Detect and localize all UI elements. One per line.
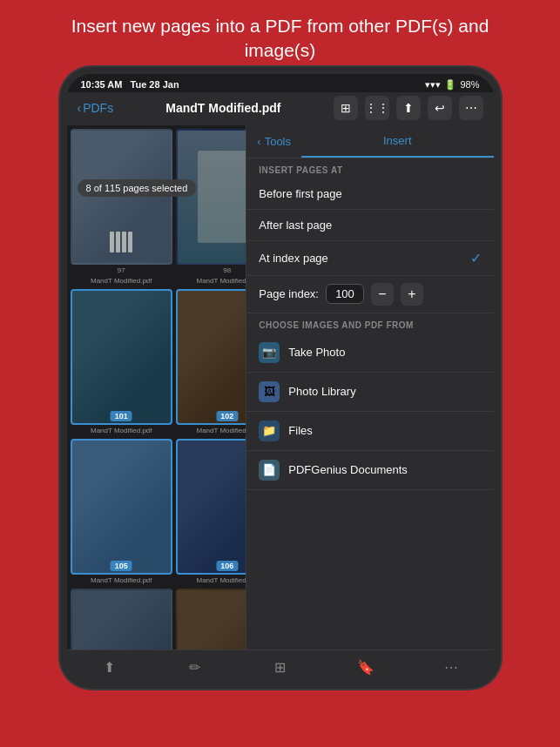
nav-back-label[interactable]: PDFs (83, 101, 113, 115)
nav-icons: ⊞ ⋮⋮ ⬆ ↩ ⋯ (334, 96, 483, 120)
option-label: After last page (259, 219, 332, 232)
image-option-label: Take Photo (288, 346, 345, 359)
image-section-header: CHOOSE IMAGES AND PDF FROM (246, 313, 493, 333)
option-at-index[interactable]: At index page ✓ (246, 241, 493, 276)
files-option[interactable]: 📁 Files (246, 412, 493, 451)
nav-back[interactable]: ‹ PDFs (78, 101, 114, 115)
list-item[interactable]: 101 MandT Modified.pdf (71, 289, 173, 435)
photo-icon: 🖼 (259, 381, 280, 402)
camera-icon: 📷 (259, 342, 280, 363)
decrement-button[interactable]: − (371, 283, 394, 306)
annotate-icon[interactable]: ✏ (183, 656, 207, 680)
page-index-row: Page index: − + (246, 276, 493, 313)
selection-badge: 8 of 115 pages selected (78, 179, 197, 197)
option-after-last[interactable]: After last page (246, 210, 493, 241)
panel-back-button[interactable]: ‹ Tools (246, 125, 301, 158)
option-label: At index page (259, 252, 328, 265)
pdfgenius-documents-option[interactable]: 📄 PDFGenius Documents (246, 451, 493, 490)
insert-section-header: INSERT PAGES AT (246, 158, 493, 178)
thumb-number: 97 (118, 266, 125, 275)
thumb-number-badge: 102 (216, 411, 238, 421)
folder-icon: 📁 (259, 421, 280, 441)
take-photo-option[interactable]: 📷 Take Photo (246, 333, 493, 373)
share-icon[interactable]: ⬆ (98, 656, 122, 680)
image-option-label: Files (288, 424, 312, 437)
columns-icon[interactable]: ⋮⋮ (365, 96, 389, 120)
status-bar: 10:35 AM Tue 28 Jan ▾▾▾ 🔋 98% (67, 74, 494, 92)
panel-header: ‹ Tools Insert (246, 125, 493, 158)
more-options-icon[interactable]: ⋯ (439, 656, 463, 680)
image-option-label: PDFGenius Documents (288, 463, 408, 476)
image-option-label: Photo Library (288, 385, 355, 398)
content-area: 8 of 115 pages selected 97 MandT Modifie… (67, 125, 494, 649)
bottom-bar: ⬆ ✏ ⊞ 🔖 ⋯ (67, 649, 494, 682)
status-right: ▾▾▾ 🔋 98% (425, 79, 479, 91)
status-time: 10:35 AM Tue 28 Jan (81, 79, 179, 90)
list-item[interactable]: 105 MandT Modified.pdf (71, 439, 173, 585)
thumb-filename: MandT Modified.pdf (91, 277, 152, 286)
app-header: Insert new pages into a PDF from other P… (0, 0, 560, 74)
tab-insert[interactable]: Insert (301, 125, 493, 158)
page-index-label: Page index: (259, 287, 319, 300)
chevron-left-icon: ‹ (78, 101, 82, 115)
more-icon[interactable]: ⋯ (459, 96, 483, 120)
page-index-input[interactable] (326, 284, 364, 304)
thumb-number: 98 (223, 266, 231, 275)
thumb-number-badge: 101 (111, 411, 132, 421)
grid-view-icon[interactable]: ⊞ (334, 96, 358, 120)
option-label: Before first page (259, 187, 341, 200)
insert-panel: ‹ Tools Insert INSERT PAGES AT Before fi… (246, 125, 493, 649)
photo-library-option[interactable]: 🖼 Photo Library (246, 373, 493, 412)
checkmark-icon: ✓ (470, 250, 482, 266)
document-icon: 📄 (259, 460, 280, 481)
bookmark-icon[interactable]: 🔖 (354, 656, 378, 680)
list-item[interactable]: 109 MandT Modified.pdf (71, 589, 173, 649)
header-title: Insert new pages into a PDF from other P… (35, 14, 525, 64)
nav-title: MandT Modified.pdf (165, 101, 280, 115)
list-item[interactable]: 97 MandT Modified.pdf (71, 129, 173, 286)
device-frame: 10:35 AM Tue 28 Jan ▾▾▾ 🔋 98% ‹ PDFs Man… (67, 74, 494, 682)
option-before-first[interactable]: Before first page (246, 178, 493, 210)
thumb-number-badge: 106 (216, 561, 238, 571)
thumb-filename: MandT Modified.pdf (91, 576, 152, 585)
battery-icon: 🔋 (444, 79, 456, 91)
nav-bar: ‹ PDFs MandT Modified.pdf ⊞ ⋮⋮ ⬆ ↩ ⋯ (67, 92, 494, 125)
increment-button[interactable]: + (401, 283, 423, 306)
wifi-icon: ▾▾▾ (425, 79, 441, 91)
thumb-filename: MandT Modified.pdf (91, 427, 152, 435)
undo-icon[interactable]: ↩ (428, 96, 452, 120)
thumb-number-badge: 105 (111, 561, 132, 571)
pages-icon[interactable]: ⊞ (268, 656, 293, 680)
panel-back-label[interactable]: Tools (265, 135, 291, 148)
chevron-left-icon: ‹ (257, 135, 260, 148)
export-icon[interactable]: ⬆ (396, 96, 421, 120)
